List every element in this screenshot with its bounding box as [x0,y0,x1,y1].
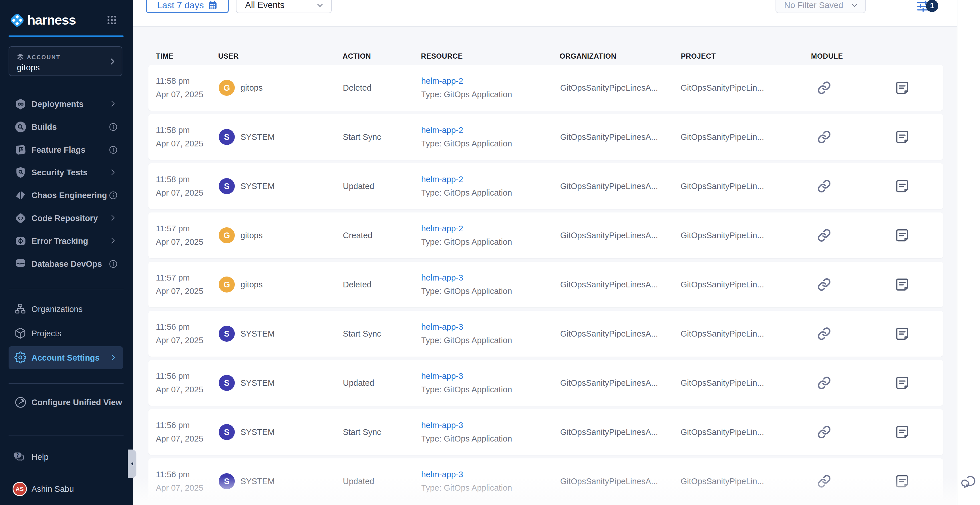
database-devops-icon [14,258,27,270]
event-user: SYSTEM [240,476,275,486]
audit-event-row[interactable]: 11:58 pm Apr 07, 2025 S SYSTEM Start Syn… [148,114,943,160]
sidebar-item-projects[interactable]: Projects [9,322,123,345]
gitops-module-link-icon [817,425,831,439]
event-date: Apr 07, 2025 [156,434,203,443]
audit-event-row[interactable]: 11:58 pm Apr 07, 2025 S SYSTEM Updated h… [148,163,943,209]
date-range-button[interactable]: Last 7 days [146,0,229,13]
events-filter-select[interactable]: All Events [236,0,332,13]
resource-type: Type: GitOps Application [421,89,512,99]
sidebar-item-builds[interactable]: Builds [9,116,123,139]
saved-filter-select[interactable]: No Filter Saved [776,0,865,13]
sidebar-divider [9,383,124,384]
resource-link[interactable]: helm-app-3 [421,322,463,332]
column-header-user: USER [218,52,239,61]
chevron-right-icon [109,99,118,109]
account-scope-selector[interactable]: ACCOUNT gitops [9,46,123,76]
resource-link[interactable]: helm-app-2 [421,76,463,86]
event-date: Apr 07, 2025 [156,335,203,345]
svg-text:?: ? [16,452,19,457]
event-action: Deleted [343,83,371,92]
user-avatar: S [219,326,235,342]
event-user: gitops [240,280,262,289]
event-summary-note-icon[interactable] [895,425,910,440]
sidebar-item-deployments[interactable]: Deployments [9,92,123,116]
audit-event-row[interactable]: 11:58 pm Apr 07, 2025 G gitops Deleted h… [148,65,943,111]
sidebar-item-chaos-engineering[interactable]: Chaos Engineering [9,184,123,207]
user-avatar: S [219,375,235,391]
events-filter-value: All Events [245,0,285,10]
audit-event-row[interactable]: 11:56 pm Apr 07, 2025 S SYSTEM Start Syn… [148,311,943,357]
event-summary-note-icon[interactable] [895,474,910,489]
event-summary-note-icon[interactable] [895,80,910,95]
event-organization: GitOpsSanityPipeLinesA... [560,231,658,240]
audit-event-row[interactable]: 11:56 pm Apr 07, 2025 S SYSTEM Updated h… [148,360,943,406]
filter-toolbar: Last 7 days All Events N [133,0,980,27]
event-organization: GitOpsSanityPipeLinesA... [560,132,658,142]
audit-event-row[interactable]: 11:57 pm Apr 07, 2025 G gitops Deleted h… [148,262,943,307]
resource-link[interactable]: helm-app-3 [421,273,463,282]
audit-event-row[interactable]: 11:56 pm Apr 07, 2025 S SYSTEM Start Syn… [148,409,943,455]
resource-link[interactable]: helm-app-2 [421,125,463,135]
event-date: Apr 07, 2025 [156,286,203,296]
event-summary-note-icon[interactable] [895,179,910,194]
user-avatar: G [219,227,235,243]
event-date: Apr 07, 2025 [156,188,203,198]
event-time: 11:56 pm [156,322,190,332]
gitops-module-link-icon [817,81,831,95]
chevron-right-icon [108,57,117,66]
chevron-down-icon [316,1,324,10]
event-summary-note-icon[interactable] [895,326,910,341]
user-avatar: S [219,473,235,489]
event-summary-note-icon[interactable] [895,228,910,243]
event-action: Updated [343,181,374,191]
sidebar-item-configure-unified-view[interactable]: Configure Unified View [9,391,123,414]
column-header-module: MODULE [811,52,843,61]
resource-link[interactable]: helm-app-3 [421,470,463,479]
event-project: GitOpsSanityPipeLin... [681,132,764,142]
error-tracking-icon [14,235,27,247]
sidebar-collapse-handle[interactable] [128,449,137,478]
sidebar-item-security-tests[interactable]: Security Tests [9,161,123,184]
app-grid-icon[interactable] [106,14,118,26]
collapse-left-icon [130,462,134,466]
wrench-circle-icon [14,396,27,409]
sidebar-item-account-settings[interactable]: Account Settings [9,346,123,369]
column-header-action: ACTION [343,52,371,61]
deployments-icon [14,98,27,110]
event-user: SYSTEM [240,427,275,437]
resource-link[interactable]: helm-app-2 [421,174,463,184]
resource-link[interactable]: helm-app-2 [421,224,463,233]
harness-logo-icon [10,13,25,28]
resource-type: Type: GitOps Application [421,139,512,148]
sidebar-item-database-devops[interactable]: Database DevOps [9,253,123,276]
resource-link[interactable]: helm-app-3 [421,421,463,430]
sidebar-item-organizations[interactable]: Organizations [9,298,123,320]
chevron-down-icon [850,1,859,10]
help-chat-icon: ? [13,451,25,463]
audit-event-row[interactable]: 11:57 pm Apr 07, 2025 G gitops Created h… [148,212,943,258]
event-summary-note-icon[interactable] [895,129,910,144]
sidebar-item-code-repository[interactable]: Code Repository [9,207,123,229]
user-avatar: G [219,277,235,293]
user-profile[interactable]: AS Ashin Sabu [9,478,123,500]
event-organization: GitOpsSanityPipeLinesA... [560,476,658,486]
account-label: ACCOUNT [27,54,60,61]
sidebar-item-help[interactable]: ? Help [9,446,123,468]
event-summary-note-icon[interactable] [895,277,910,292]
event-organization: GitOpsSanityPipeLinesA... [560,83,658,92]
support-chat-icon[interactable] [961,474,977,490]
event-summary-note-icon[interactable] [895,376,910,390]
resource-type: Type: GitOps Application [421,286,512,296]
gitops-module-link-icon [817,179,831,193]
resource-type: Type: GitOps Application [421,434,512,443]
audit-event-row[interactable]: 11:56 pm Apr 07, 2025 S SYSTEM Updated h… [148,459,943,504]
harness-audit-trail-page: harness ACCOUNT gitops [0,0,980,505]
event-project: GitOpsSanityPipeLin... [681,231,764,240]
event-time: 11:57 pm [156,273,190,282]
sidebar-item-error-tracking[interactable]: Error Tracking [9,229,123,253]
sidebar-item-feature-flags[interactable]: Feature Flags [9,139,123,161]
table-header-row: TIME USER ACTION RESOURCE ORGANIZATION P… [133,52,957,62]
date-range-label: Last 7 days [157,0,204,10]
column-header-time: TIME [156,52,173,61]
resource-link[interactable]: helm-app-3 [421,371,463,381]
